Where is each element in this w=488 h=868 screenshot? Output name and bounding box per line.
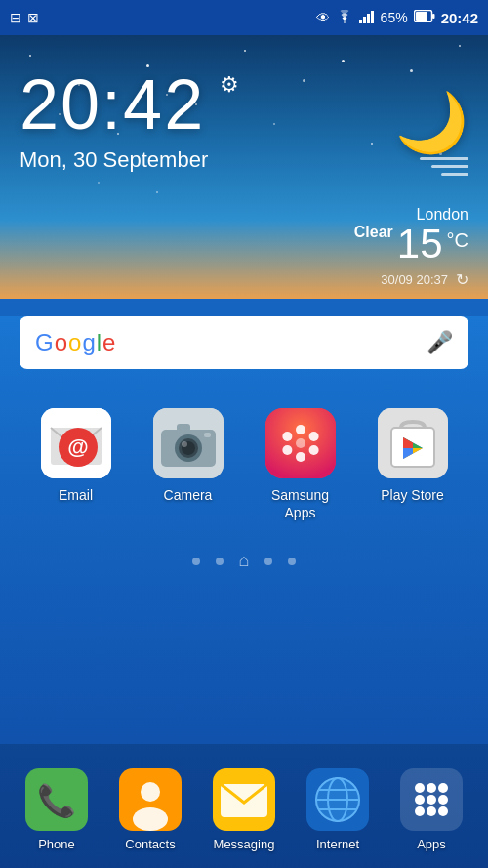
status-left-icons: ⊟ ⊠ — [10, 10, 39, 25]
battery-percent: 65% — [381, 10, 408, 25]
internet-icon — [306, 768, 369, 831]
weather-city: London Clear 15 °C — [354, 206, 468, 265]
home-dot[interactable]: ⌂ — [239, 551, 250, 571]
svg-point-52 — [415, 795, 425, 805]
svg-rect-17 — [177, 424, 190, 432]
svg-point-49 — [415, 783, 425, 793]
svg-point-22 — [308, 445, 318, 455]
svg-point-56 — [427, 806, 436, 816]
svg-point-55 — [415, 806, 425, 816]
dock: 📞 Phone Contacts — [0, 744, 488, 868]
main-content: Google 🎤 @ Email — [0, 316, 488, 868]
microphone-icon[interactable]: 🎤 — [427, 330, 453, 355]
camera-app-icon — [153, 408, 224, 478]
screenshot-icon: ⊟ — [10, 10, 21, 25]
weather-section: 🌙 — [395, 94, 468, 176]
weather-description: Clear — [354, 224, 393, 241]
weather-temp-row: Clear 15 °C — [354, 224, 468, 265]
weather-updated-time: 30/09 20:37 — [381, 272, 448, 287]
svg-rect-0 — [359, 20, 362, 23]
page-dot-2[interactable] — [216, 558, 224, 565]
svg-rect-6 — [432, 14, 435, 19]
phone-label: Phone — [38, 837, 75, 851]
google-logo: Google — [35, 329, 116, 356]
app-grid: @ Email — [0, 369, 488, 521]
search-bar[interactable]: Google 🎤 — [20, 316, 468, 369]
svg-point-21 — [308, 432, 318, 441]
svg-rect-2 — [367, 14, 370, 23]
status-bar: ⊟ ⊠ 👁 65% — [0, 0, 488, 35]
email-app-icon: @ — [41, 408, 111, 478]
refresh-icon[interactable]: ↻ — [456, 270, 468, 289]
dock-item-messaging[interactable]: Messaging — [205, 768, 283, 851]
app-item-email[interactable]: @ Email — [32, 408, 120, 504]
dock-item-apps[interactable]: Apps — [392, 768, 470, 851]
svg-point-50 — [427, 783, 436, 793]
dock-item-internet[interactable]: Internet — [299, 768, 377, 851]
status-time: 20:42 — [441, 10, 478, 26]
play-store-label: Play Store — [381, 486, 444, 504]
svg-point-16 — [182, 441, 187, 447]
svg-point-23 — [296, 452, 305, 462]
samsung-apps-icon — [265, 408, 336, 478]
clock-widget: 20:42 ⚙ Mon, 30 September 🌙 London Clear… — [0, 35, 488, 299]
weather-temperature: 15 — [397, 224, 443, 265]
clock-time: 20:42 — [20, 64, 205, 145]
internet-label: Internet — [316, 837, 359, 851]
svg-point-57 — [438, 806, 448, 816]
svg-point-54 — [438, 795, 448, 805]
svg-point-24 — [282, 445, 292, 455]
app-item-play-store[interactable]: Play Store — [369, 408, 457, 504]
svg-point-37 — [141, 782, 160, 802]
app-item-camera[interactable]: Camera — [144, 408, 232, 504]
phone-icon: 📞 — [25, 768, 88, 831]
app-item-samsung-apps[interactable]: SamsungApps — [257, 408, 345, 521]
svg-rect-3 — [371, 11, 374, 23]
apps-label: Apps — [417, 837, 446, 851]
svg-rect-1 — [363, 17, 366, 23]
svg-point-26 — [296, 438, 305, 448]
screenshot2-icon: ⊠ — [27, 10, 39, 25]
play-store-icon — [378, 408, 448, 478]
clock-date: Mon, 30 September — [20, 147, 208, 173]
svg-point-38 — [133, 807, 168, 831]
status-right-icons: 👁 65% 20:42 — [316, 10, 478, 26]
messaging-icon — [213, 768, 275, 831]
moon-icon: 🌙 — [395, 94, 468, 152]
svg-point-20 — [296, 425, 305, 434]
page-dots: ⌂ — [0, 551, 488, 571]
eye-icon: 👁 — [316, 10, 330, 25]
svg-text:📞: 📞 — [37, 782, 76, 819]
page-dot-5[interactable] — [288, 558, 296, 565]
svg-rect-5 — [416, 12, 427, 21]
svg-point-51 — [438, 783, 448, 793]
contacts-icon — [119, 768, 182, 831]
svg-text:@: @ — [67, 434, 88, 459]
clock-settings-icon[interactable]: ⚙ — [220, 72, 239, 98]
weather-footer: 30/09 20:37 ↻ — [381, 270, 468, 289]
weather-unit: °C — [447, 229, 468, 252]
dock-item-contacts[interactable]: Contacts — [111, 768, 189, 851]
signal-icon — [359, 10, 375, 26]
svg-point-25 — [282, 432, 292, 441]
svg-point-53 — [427, 795, 436, 805]
wifi-icon — [336, 10, 353, 26]
svg-rect-18 — [204, 433, 211, 437]
dock-item-phone[interactable]: 📞 Phone — [18, 768, 96, 851]
contacts-label: Contacts — [125, 837, 175, 851]
svg-point-47 — [316, 778, 359, 821]
camera-app-label: Camera — [164, 486, 213, 504]
email-app-label: Email — [59, 486, 93, 504]
apps-icon — [400, 768, 463, 831]
samsung-apps-label: SamsungApps — [271, 486, 329, 521]
messaging-label: Messaging — [214, 837, 275, 851]
page-dot-4[interactable] — [264, 558, 272, 565]
weather-wind-lines — [395, 157, 468, 176]
battery-icon — [414, 10, 435, 25]
page-dot-1[interactable] — [192, 558, 200, 565]
